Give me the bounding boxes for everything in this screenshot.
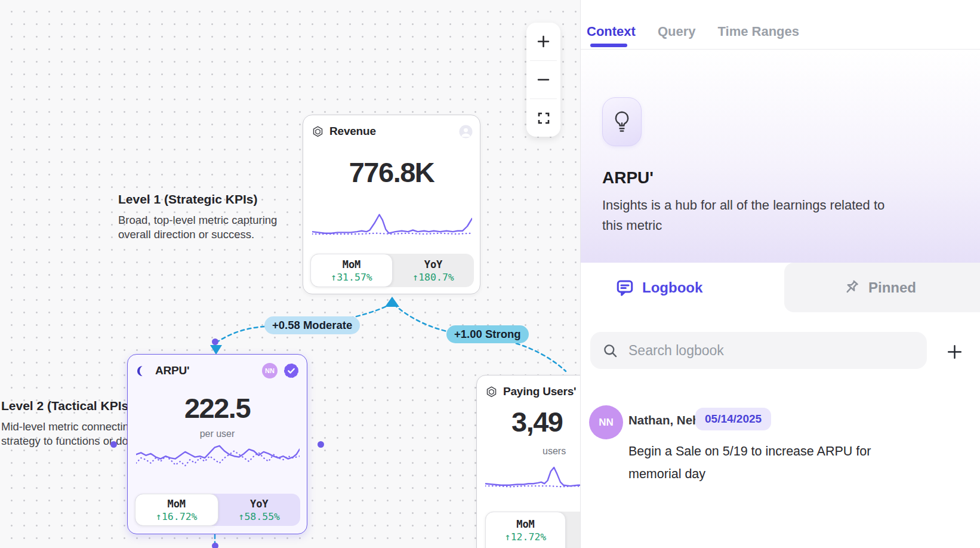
- fit-view-button[interactable]: [526, 99, 560, 137]
- metric-hero: ARPU' Insights is a hub for all of the l…: [581, 50, 980, 263]
- subtab-logbook[interactable]: Logbook: [615, 278, 702, 297]
- metric-card-revenue[interactable]: Revenue 776.8K MoM ↑31.57% YoY ↑180.7%: [303, 115, 480, 294]
- tab-query[interactable]: Query: [658, 14, 696, 49]
- mom-toggle[interactable]: MoM ↑16.72%: [135, 494, 218, 526]
- card-title: ARPU': [155, 364, 189, 377]
- handle-arpu-top[interactable]: [212, 338, 218, 345]
- mom-value: ↑12.72%: [505, 531, 547, 543]
- zoom-controls: [526, 23, 560, 137]
- fullscreen-icon: [537, 111, 551, 125]
- panel-tabs: Context Query Time Ranges: [581, 0, 980, 50]
- owner-avatar: NN: [262, 363, 278, 378]
- yoy-toggle[interactable]: YoY ↑180.7%: [393, 254, 474, 287]
- edge-label-moderate[interactable]: +0.58 Moderate: [264, 316, 360, 334]
- hexagon-icon: [485, 386, 498, 398]
- card-title: Paying Users': [503, 385, 576, 398]
- sparkline: [312, 211, 472, 242]
- metric-unit: per user: [128, 429, 307, 439]
- mom-label: MoM: [167, 498, 186, 510]
- yoy-value: ↑180.7%: [412, 272, 454, 283]
- metric-value: 776.8K: [303, 156, 480, 189]
- entry-text-line1: Begin a Sale on 5/19 to increase ARPU fo…: [628, 440, 871, 463]
- insight-tile: [602, 97, 642, 146]
- yoy-label: YoY: [424, 258, 443, 270]
- minus-icon: [535, 72, 551, 88]
- yoy-toggle[interactable]: YoY ↑58.55%: [218, 494, 301, 526]
- logbook-entry[interactable]: NN Nathan, Neha 05/14/2025 Begin a Sale …: [581, 399, 980, 494]
- panel-metric-title: ARPU': [602, 168, 654, 187]
- tab-time-ranges[interactable]: Time Ranges: [717, 14, 799, 49]
- handle-arpu-right[interactable]: [318, 441, 324, 448]
- zoom-out-button[interactable]: [526, 61, 560, 98]
- mom-value: ↑16.72%: [156, 511, 198, 522]
- edge-label-strong[interactable]: +1.00 Strong: [446, 325, 529, 343]
- handle-arpu-left[interactable]: [110, 441, 117, 448]
- entry-avatar: NN: [589, 405, 623, 439]
- arrowhead-up-icon: [385, 297, 399, 307]
- metric-card-arpu[interactable]: ARPU' NN 222.5 per user MoM ↑16.72% YoY …: [127, 354, 307, 534]
- handle-arpu-bottom[interactable]: [212, 543, 218, 548]
- logbook-icon: [615, 278, 634, 297]
- period-toggle: MoM ↑16.72% YoY ↑58.55%: [135, 494, 300, 526]
- metric-description-line1: Insights is a hub for all of the learnin…: [602, 195, 885, 215]
- user-avatar-icon: [459, 125, 473, 138]
- metric-tree-canvas[interactable]: Level 1 (Strategic KPIs) Broad, top-leve…: [0, 0, 580, 548]
- yoy-label: YoY: [250, 498, 269, 510]
- mom-label: MoM: [343, 258, 361, 270]
- metric-description-line2: this metric: [602, 215, 885, 236]
- mom-toggle[interactable]: MoM ↑31.57%: [310, 254, 393, 287]
- period-toggle: MoM ↑31.57% YoY ↑180.7%: [310, 254, 474, 287]
- crescent-moon-icon: [136, 364, 150, 378]
- lightbulb-icon: [612, 110, 632, 134]
- hexagon-icon: [312, 125, 324, 138]
- mom-label: MoM: [516, 518, 535, 530]
- metric-unit: users: [543, 446, 566, 457]
- zoom-in-button[interactable]: [526, 23, 560, 60]
- plus-icon: [535, 33, 551, 50]
- context-panel: Context Query Time Ranges ARPU' Insights…: [580, 0, 980, 548]
- search-input[interactable]: [590, 332, 927, 369]
- yoy-value: ↑58.55%: [238, 511, 280, 522]
- mom-toggle[interactable]: MoM ↑12.72%: [485, 512, 566, 548]
- plus-icon: [945, 343, 964, 361]
- arrowhead-down-icon: [210, 345, 222, 355]
- entry-date-badge: 05/14/2025: [695, 408, 771, 430]
- metric-value: 3,49: [511, 405, 562, 438]
- mom-value: ↑31.57%: [331, 272, 372, 283]
- subtab-logbook-label: Logbook: [642, 279, 702, 296]
- pushpin-icon: [842, 278, 861, 297]
- subtab-pinned-label: Pinned: [868, 279, 916, 296]
- entry-text-line2: memorial day: [628, 463, 871, 485]
- verified-seal-icon: [283, 362, 300, 379]
- metric-value: 222.5: [128, 392, 307, 424]
- add-logbook-entry-button[interactable]: [940, 338, 969, 365]
- sparkline: [136, 442, 300, 477]
- card-title: Revenue: [329, 125, 376, 138]
- logbook-subtabs: Logbook Pinned: [581, 263, 980, 315]
- logbook-search: [590, 332, 927, 369]
- subtab-pinned-group[interactable]: Pinned: [842, 278, 916, 297]
- active-tab-underline: [590, 44, 627, 47]
